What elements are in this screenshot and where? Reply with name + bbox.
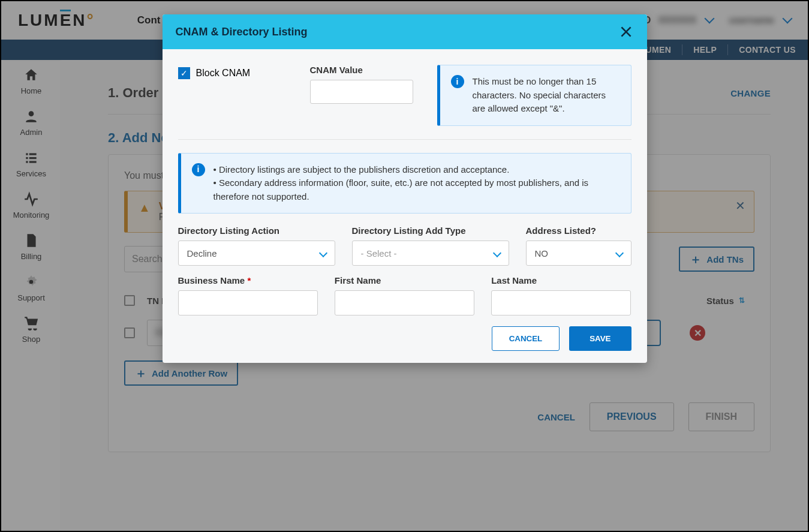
business-name-label: Business Name * — [178, 275, 318, 285]
first-name-label: First Name — [335, 275, 474, 285]
modal-save-button[interactable]: SAVE — [569, 326, 631, 351]
cnam-value-label: CNAM Value — [310, 65, 413, 75]
directory-info-box: i • Directory listings are subject to th… — [178, 153, 631, 214]
directory-info-line-1: • Directory listings are subject to the … — [213, 163, 620, 177]
modal-cancel-button[interactable]: CANCEL — [492, 326, 560, 351]
info-icon: i — [451, 75, 464, 88]
address-listed-value: NO — [535, 248, 549, 259]
cnam-value-input[interactable] — [310, 80, 413, 104]
dl-type-label: Directory Listing Add Type — [352, 226, 509, 236]
dl-action-select[interactable]: Decline — [178, 241, 335, 266]
last-name-label: Last Name — [491, 275, 631, 285]
chevron-down-icon — [318, 249, 327, 257]
first-name-input[interactable] — [335, 290, 474, 315]
dl-type-placeholder: - Select - — [361, 248, 397, 259]
directory-info-line-2: • Secondary address information (floor, … — [213, 176, 620, 203]
chevron-down-icon — [492, 249, 501, 257]
block-cnam-label: Block CNAM — [196, 68, 251, 79]
close-icon[interactable] — [618, 24, 634, 40]
chevron-down-icon — [615, 249, 623, 257]
dl-action-label: Directory Listing Action — [178, 226, 335, 236]
address-listed-label: Address Listed? — [526, 226, 631, 236]
last-name-input[interactable] — [491, 290, 631, 315]
cnam-modal: CNAM & Directory Listing ✓ Block CNAM CN… — [163, 14, 647, 363]
modal-title: CNAM & Directory Listing — [176, 26, 308, 38]
dl-type-select[interactable]: - Select - — [352, 241, 509, 266]
block-cnam-checkbox[interactable]: ✓ Block CNAM — [178, 67, 286, 79]
cnam-info-box: i This must be no longer than 15 charact… — [437, 65, 631, 126]
address-listed-select[interactable]: NO — [526, 241, 631, 266]
cnam-info-text: This must be no longer than 15 character… — [473, 75, 620, 116]
modal-overlay: CNAM & Directory Listing ✓ Block CNAM CN… — [1, 1, 808, 531]
divider — [178, 139, 631, 140]
checkbox-checked-icon: ✓ — [178, 67, 190, 79]
business-name-input[interactable] — [178, 290, 318, 315]
dl-action-value: Decline — [187, 248, 217, 259]
modal-header: CNAM & Directory Listing — [163, 14, 647, 49]
info-icon: i — [192, 163, 205, 176]
